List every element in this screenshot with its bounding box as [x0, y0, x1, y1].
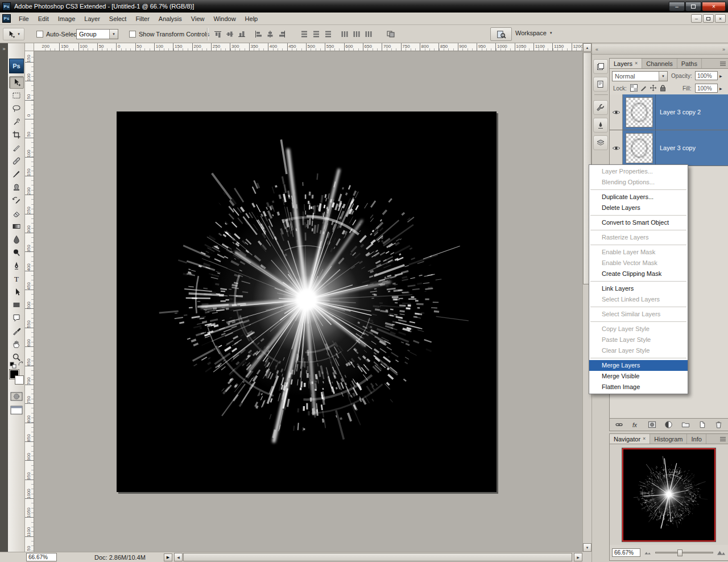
- tab-close-icon[interactable]: ×: [635, 60, 638, 66]
- minimize-button[interactable]: –: [669, 2, 685, 11]
- panel-menu-icon[interactable]: [719, 436, 726, 442]
- layer-mask-button[interactable]: [648, 420, 656, 429]
- maximize-button[interactable]: [685, 2, 701, 11]
- menu-analysis[interactable]: Analysis: [154, 14, 187, 24]
- align-right-edges-button[interactable]: [276, 28, 288, 40]
- workspace-menu-button[interactable]: Workspace ▼: [515, 30, 553, 36]
- auto-select-checkbox[interactable]: [36, 31, 43, 38]
- history-brush-tool[interactable]: [9, 194, 24, 206]
- navigator-proxy-view[interactable]: [622, 448, 715, 542]
- context-item-flatten-image[interactable]: Flatten Image: [589, 382, 688, 392]
- menu-select[interactable]: Select: [105, 14, 131, 24]
- horizontal-scroll-thumb[interactable]: [183, 553, 572, 561]
- close-button[interactable]: ×: [702, 2, 726, 11]
- menu-edit[interactable]: Edit: [34, 14, 53, 24]
- move-tool[interactable]: [9, 76, 24, 89]
- layer-visibility-toggle[interactable]: [610, 94, 623, 130]
- layer-style-button[interactable]: fx: [631, 420, 640, 429]
- slice-tool[interactable]: [9, 142, 24, 154]
- doc-restore-button[interactable]: [703, 14, 714, 23]
- zoom-out-icon[interactable]: [644, 549, 652, 555]
- layers-tab-layers[interactable]: Layers×: [610, 59, 642, 68]
- tab-close-icon[interactable]: ×: [643, 436, 646, 441]
- align-top-edges-button[interactable]: [212, 28, 224, 40]
- blend-mode-select[interactable]: Normal ▼: [612, 71, 668, 81]
- menu-layer[interactable]: Layer: [80, 14, 105, 24]
- doc-close-button[interactable]: ×: [715, 14, 726, 23]
- align-vertical-centers-button[interactable]: [224, 28, 235, 40]
- opacity-slider-arrow-icon[interactable]: ▶: [719, 74, 722, 78]
- distribute-horizontal-centers-button[interactable]: [350, 28, 362, 40]
- navigator-tab-histogram[interactable]: Histogram: [650, 434, 687, 444]
- distribute-top-edges-button[interactable]: [298, 28, 310, 40]
- new-group-button[interactable]: [681, 420, 690, 429]
- dodge-tool[interactable]: [9, 246, 24, 259]
- panel-document-icon[interactable]: [593, 77, 608, 92]
- auto-select-target-select[interactable]: Group ▼: [76, 29, 118, 39]
- doc-minimize-button[interactable]: –: [691, 14, 702, 23]
- layer-row[interactable]: Layer 3 copy 2: [610, 94, 728, 130]
- context-item-delete-layers[interactable]: Delete Layers: [589, 203, 688, 213]
- delete-layer-button[interactable]: [714, 420, 723, 429]
- panel-stack-icon[interactable]: [593, 135, 608, 150]
- context-item-convert-to-smart-object[interactable]: Convert to Smart Object: [589, 217, 688, 228]
- swap-colors-icon[interactable]: [18, 361, 24, 367]
- lock-all-icon[interactable]: [659, 84, 667, 92]
- hand-tool[interactable]: [9, 338, 24, 350]
- gradient-tool[interactable]: [9, 220, 24, 233]
- align-horizontal-centers-button[interactable]: [264, 28, 276, 40]
- distribute-left-edges-button[interactable]: [338, 28, 350, 40]
- eyedropper-tool[interactable]: [9, 325, 24, 337]
- default-colors-icon[interactable]: [10, 362, 16, 369]
- show-transform-checkbox[interactable]: [129, 31, 136, 38]
- lock-transparency-icon[interactable]: [630, 84, 638, 92]
- lasso-tool[interactable]: [9, 102, 24, 115]
- menu-view[interactable]: View: [187, 14, 209, 24]
- pen-tool[interactable]: [9, 259, 24, 272]
- go-to-bridge-button[interactable]: [490, 27, 512, 41]
- menu-file[interactable]: File: [14, 14, 34, 24]
- context-item-merge-layers[interactable]: Merge Layers: [589, 360, 688, 371]
- document-canvas[interactable]: [117, 111, 497, 492]
- navigator-tab-navigator[interactable]: Navigator×: [610, 434, 650, 444]
- navigator-zoom-field[interactable]: 66.67%: [612, 548, 640, 557]
- quick-mask-button[interactable]: [10, 391, 23, 402]
- layers-tab-paths[interactable]: Paths: [677, 59, 702, 68]
- dock-collapse-left-button[interactable]: «: [595, 47, 598, 52]
- panel-pen-icon[interactable]: [593, 118, 608, 133]
- rectangular-marquee-tool[interactable]: [9, 89, 24, 102]
- scroll-right-button[interactable]: ▶: [574, 553, 582, 561]
- zoom-in-icon[interactable]: [717, 549, 726, 556]
- status-flyout-button[interactable]: ▶: [164, 553, 172, 561]
- dock-collapse-strip[interactable]: »: [0, 43, 8, 552]
- eraser-tool[interactable]: [9, 207, 24, 220]
- new-layer-button[interactable]: [698, 420, 706, 429]
- adjustment-layer-button[interactable]: [664, 420, 673, 429]
- fill-input[interactable]: 100%: [695, 84, 718, 93]
- align-left-edges-button[interactable]: [252, 28, 264, 40]
- screen-mode-button[interactable]: [10, 405, 23, 415]
- layer-name[interactable]: Layer 3 copy: [656, 130, 728, 166]
- align-bottom-edges-button[interactable]: [235, 28, 247, 40]
- status-zoom-field[interactable]: 66.67%: [26, 553, 57, 561]
- lock-paint-icon[interactable]: [640, 84, 647, 92]
- context-item-create-clipping-mask[interactable]: Create Clipping Mask: [589, 268, 688, 279]
- menu-image[interactable]: Image: [53, 14, 80, 24]
- layers-tab-channels[interactable]: Channels: [642, 59, 677, 68]
- type-tool[interactable]: T: [9, 272, 24, 285]
- auto-align-layers-button[interactable]: [384, 28, 396, 40]
- menu-filter[interactable]: Filter: [131, 14, 154, 24]
- notes-tool[interactable]: [9, 312, 24, 324]
- layer-row[interactable]: Layer 3 copy: [610, 130, 728, 166]
- crop-tool[interactable]: [9, 129, 24, 141]
- panel-pages-icon[interactable]: [593, 59, 608, 74]
- layer-thumbnail[interactable]: [623, 130, 656, 166]
- tool-preset-picker[interactable]: ▼: [3, 28, 24, 40]
- blur-tool[interactable]: [9, 233, 24, 246]
- scroll-left-button[interactable]: ◀: [174, 553, 183, 561]
- opacity-input[interactable]: 100%: [695, 71, 718, 80]
- zoom-slider-thumb[interactable]: [677, 549, 682, 556]
- distribute-right-edges-button[interactable]: [362, 28, 374, 40]
- panel-menu-icon[interactable]: [719, 61, 726, 67]
- dock-collapse-right-button[interactable]: »: [722, 47, 725, 52]
